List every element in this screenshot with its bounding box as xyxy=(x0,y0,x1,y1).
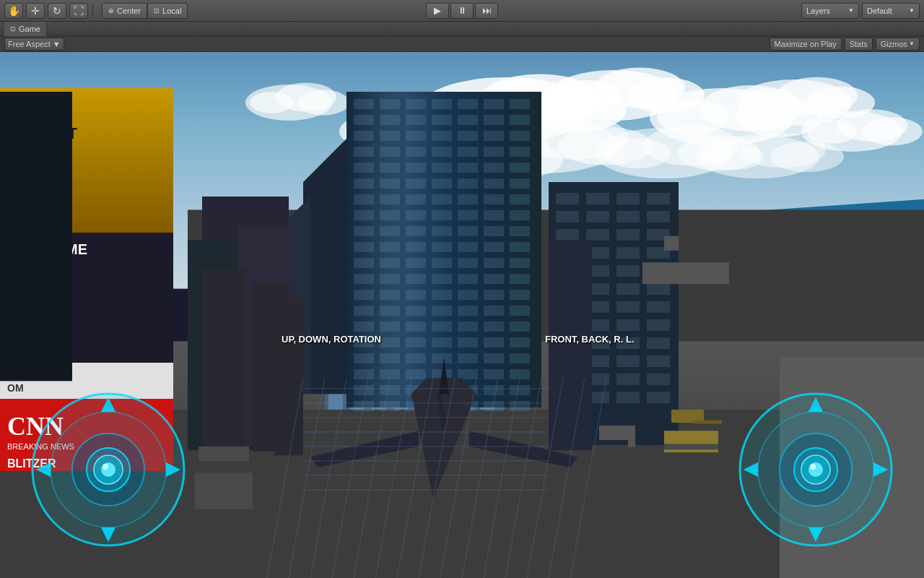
pivot-local-button[interactable]: ⊡ Local xyxy=(147,3,188,19)
default-label: Default xyxy=(867,7,892,15)
move-tool-button[interactable]: ✛ xyxy=(26,3,45,19)
svg-point-26 xyxy=(814,402,818,407)
game-tab-label: Game xyxy=(19,25,40,33)
pivot-group: ⊕ Center ⊡ Local xyxy=(102,3,188,19)
game-window-bar: ⊡ Game xyxy=(0,22,924,36)
aspect-dropdown[interactable]: Free Aspect ▼ xyxy=(4,38,64,51)
play-controls: ▶ ⏸ ⏭ xyxy=(426,3,498,19)
main-toolbar: ✋ ✛ ↻ ⛶ ⊕ Center ⊡ Local ▶ ⏸ ⏭ Layers ▼ … xyxy=(0,0,924,22)
gizmos-arrow: ▼ xyxy=(909,40,915,47)
right-game-controls: Maximize on Play Stats Gizmos ▼ xyxy=(770,38,920,51)
left-control-label: UP, DOWN, ROTATION xyxy=(282,334,381,345)
svg-point-5 xyxy=(101,462,116,477)
svg-point-6 xyxy=(103,464,108,470)
pause-button[interactable]: ⏸ xyxy=(450,3,474,19)
game-controls-bar: Free Aspect ▼ Maximize on Play Stats Giz… xyxy=(0,36,924,52)
svg-point-21 xyxy=(810,464,816,470)
layers-arrow: ▼ xyxy=(848,7,854,14)
default-dropdown[interactable]: Default ▼ xyxy=(862,3,920,19)
game-viewport: UP, DOWN, ROTATION FRONT, BACK, R. L. xyxy=(0,52,924,578)
right-controls: Layers ▼ Default ▼ xyxy=(801,3,920,19)
layers-label: Layers xyxy=(806,7,830,15)
svg-point-29 xyxy=(879,467,883,472)
play-button[interactable]: ▶ xyxy=(426,3,449,19)
default-arrow: ▼ xyxy=(909,7,915,14)
svg-point-14 xyxy=(171,467,175,472)
aspect-label: Free Aspect xyxy=(8,40,51,48)
refresh-tool-button[interactable]: ↻ xyxy=(48,3,66,19)
svg-point-28 xyxy=(749,467,753,472)
pivot-local-label: Local xyxy=(162,7,181,15)
right-control-label: FRONT, BACK, R. L. xyxy=(545,334,635,345)
game-tab[interactable]: ⊡ Game xyxy=(4,22,47,36)
layers-dropdown[interactable]: Layers ▼ xyxy=(801,3,859,19)
svg-point-13 xyxy=(41,467,45,472)
pivot-center-button[interactable]: ⊕ Center xyxy=(102,3,147,19)
left-joystick[interactable] xyxy=(29,390,188,549)
svg-point-20 xyxy=(808,462,823,477)
svg-point-27 xyxy=(814,532,818,537)
scale-tool-button[interactable]: ⛶ xyxy=(69,3,88,19)
svg-point-12 xyxy=(106,532,110,537)
pivot-center-label: Center xyxy=(117,7,141,15)
aspect-arrow: ▼ xyxy=(53,40,61,48)
separator-1 xyxy=(92,4,93,18)
stats-button[interactable]: Stats xyxy=(845,38,873,51)
hand-tool-button[interactable]: ✋ xyxy=(4,3,23,19)
svg-point-11 xyxy=(106,402,110,407)
step-button[interactable]: ⏭ xyxy=(475,3,498,19)
maximize-on-play-button[interactable]: Maximize on Play xyxy=(770,38,842,51)
gizmos-button[interactable]: Gizmos ▼ xyxy=(876,38,920,51)
right-joystick[interactable] xyxy=(736,390,895,549)
